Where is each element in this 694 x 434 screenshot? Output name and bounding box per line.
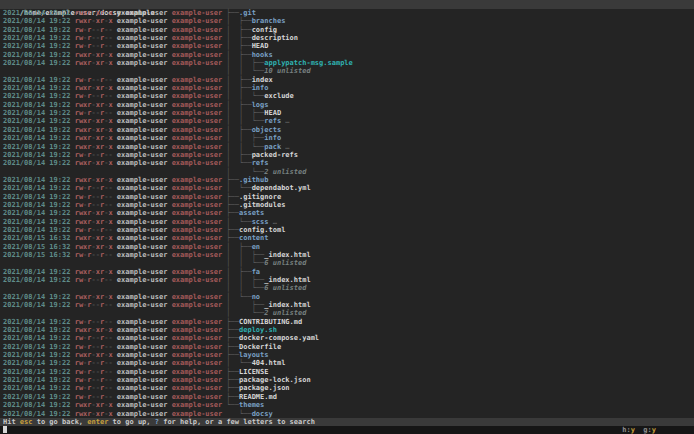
directory-name: .git <box>239 9 256 17</box>
row-metadata: 2021/08/14 19:22 rw-r--r-- example-user … <box>3 376 226 384</box>
tree-row-.github[interactable]: 2021/08/14 19:22 rwxr-xr-x example-user … <box>0 176 694 184</box>
tree-branch-lines: ├── <box>226 368 239 376</box>
permissions: rwxr-xr-x <box>75 410 113 418</box>
owner-group: example-user <box>172 376 223 384</box>
row-metadata: 2021/08/14 19:22 rwxr-xr-x example-user … <box>3 84 226 92</box>
modified-date: 2021/08/14 19:22 <box>3 34 70 42</box>
owner-group: example-user <box>172 42 223 50</box>
tree-row-content[interactable]: 2021/08/15 16:32 rwxr-xr-x example-user … <box>0 234 694 242</box>
owner-user: example-user <box>117 26 168 34</box>
tree-row-_index.html[interactable]: 2021/08/15 16:32 rw-r--r-- example-user … <box>0 251 694 259</box>
row-metadata: 2021/08/14 19:22 rwxr-xr-x example-user … <box>3 218 226 226</box>
tree-row-CONTRIBUTING.md[interactable]: 2021/08/14 19:22 rw-r--r-- example-user … <box>0 318 694 326</box>
search-input-line[interactable]: h:y g:y <box>0 426 694 434</box>
owner-user: example-user <box>117 293 168 301</box>
toggle-flags[interactable]: h:y g:y <box>622 426 656 434</box>
tree-row-scss[interactable]: 2021/08/14 19:22 rwxr-xr-x example-user … <box>0 218 694 226</box>
tree-row-exclude[interactable]: 2021/08/14 19:22 rw-r--r-- example-user … <box>0 92 694 100</box>
row-metadata: 2021/08/15 16:32 rwxr-xr-x example-user … <box>3 234 226 242</box>
flag-label: h: <box>622 426 630 434</box>
owner-user: example-user <box>117 276 168 284</box>
modified-date: 2021/08/14 19:22 <box>3 84 70 92</box>
unlisted-count: 10 unlisted <box>264 67 310 75</box>
owner-user: example-user <box>117 218 168 226</box>
tree-row-.gitignore[interactable]: 2021/08/14 19:22 rw-r--r-- example-user … <box>0 193 694 201</box>
tree-row-refs[interactable]: 2021/08/14 19:22 rwxr-xr-x example-user … <box>0 159 694 167</box>
tree-row-HEAD[interactable]: 2021/08/14 19:22 rw-r--r-- example-user … <box>0 109 694 117</box>
tree-row-Dockerfile[interactable]: 2021/08/14 19:22 rw-r--r-- example-user … <box>0 343 694 351</box>
tree-row-no[interactable]: 2021/08/14 19:22 rwxr-xr-x example-user … <box>0 293 694 301</box>
unlisted-count: 2 unlisted <box>264 168 306 176</box>
owner-group: example-user <box>172 101 223 109</box>
tree-row-objects[interactable]: 2021/08/14 19:22 rwxr-xr-x example-user … <box>0 126 694 134</box>
tree-row-packed-refs[interactable]: 2021/08/14 19:22 rw-r--r-- example-user … <box>0 151 694 159</box>
tree-row-package.json[interactable]: 2021/08/14 19:22 rw-r--r-- example-user … <box>0 384 694 392</box>
owner-group: example-user <box>172 76 223 84</box>
modified-date: 2021/08/14 19:22 <box>3 59 70 67</box>
owner-group: example-user <box>172 326 223 334</box>
tree-row-info[interactable]: 2021/08/14 19:22 rwxr-xr-x example-user … <box>0 134 694 142</box>
permissions: rwxr-xr-x <box>75 101 113 109</box>
row-metadata: 2021/08/14 19:22 rwxr-xr-x example-user … <box>3 410 226 418</box>
tree-row-hooks[interactable]: 2021/08/14 19:22 rwxr-xr-x example-user … <box>0 51 694 59</box>
tree-row-pack[interactable]: 2021/08/14 19:22 rwxr-xr-x example-user … <box>0 143 694 151</box>
tree-row-HEAD[interactable]: 2021/08/14 19:22 rw-r--r-- example-user … <box>0 42 694 50</box>
tree-branch-lines: │ └── <box>226 359 251 367</box>
tree-row-en[interactable]: 2021/08/15 16:32 rwxr-xr-x example-user … <box>0 243 694 251</box>
tree-row-docsy[interactable]: 2021/08/14 19:22 rwxr-xr-x example-user … <box>0 410 694 418</box>
modified-date: 2021/08/14 19:22 <box>3 42 70 50</box>
owner-user: example-user <box>117 9 168 17</box>
tree-row-.git[interactable]: 2021/08/14 19:22 rwxr-xr-x example-user … <box>0 9 694 17</box>
row-metadata: 2021/08/14 19:22 rw-r--r-- example-user … <box>3 34 226 42</box>
tree-row-_index.html[interactable]: 2021/08/14 19:22 rw-r--r-- example-user … <box>0 301 694 309</box>
tree-row-applypatch-msg.sample[interactable]: 2021/08/14 19:22 rwxr-xr-x example-user … <box>0 59 694 67</box>
tree-row-README.md[interactable]: 2021/08/14 19:22 rw-r--r-- example-user … <box>0 393 694 401</box>
tree-row-LICENSE[interactable]: 2021/08/14 19:22 rw-r--r-- example-user … <box>0 368 694 376</box>
tree-branch-lines: │ ├── <box>226 243 251 251</box>
tree-row-branches[interactable]: 2021/08/14 19:22 rwxr-xr-x example-user … <box>0 17 694 25</box>
owner-user: example-user <box>117 184 168 192</box>
tree-row-.gitmodules[interactable]: 2021/08/14 19:22 rw-r--r-- example-user … <box>0 201 694 209</box>
permissions: rwxr-xr-x <box>75 176 113 184</box>
owner-user: example-user <box>117 159 168 167</box>
owner-group: example-user <box>172 134 223 142</box>
tree-row-config.toml[interactable]: 2021/08/14 19:22 rw-r--r-- example-user … <box>0 226 694 234</box>
permissions: rw-r--r-- <box>75 201 113 209</box>
tree-row-refs[interactable]: 2021/08/14 19:22 rwxr-xr-x example-user … <box>0 117 694 125</box>
directory-name: info <box>252 84 269 92</box>
tree-row-assets[interactable]: 2021/08/14 19:22 rwxr-xr-x example-user … <box>0 209 694 217</box>
flag-label: g: <box>643 426 651 434</box>
directory-name: branches <box>252 17 286 25</box>
modified-date: 2021/08/14 19:22 <box>3 101 70 109</box>
modified-date: 2021/08/14 19:22 <box>3 368 70 376</box>
owner-user: example-user <box>117 376 168 384</box>
tree-row-deploy.sh[interactable]: 2021/08/14 19:22 rwxr-xr-x example-user … <box>0 326 694 334</box>
tree-row-404.html[interactable]: 2021/08/14 19:22 rw-r--r-- example-user … <box>0 359 694 367</box>
tree-row-info[interactable]: 2021/08/14 19:22 rwxr-xr-x example-user … <box>0 84 694 92</box>
tree-row-fa[interactable]: 2021/08/14 19:22 rwxr-xr-x example-user … <box>0 268 694 276</box>
tree-row-dependabot.yml[interactable]: 2021/08/14 19:22 rw-r--r-- example-user … <box>0 184 694 192</box>
row-metadata: 2021/08/14 19:22 rw-r--r-- example-user … <box>3 193 226 201</box>
tree-row-config[interactable]: 2021/08/14 19:22 rw-r--r-- example-user … <box>0 26 694 34</box>
tree-row-_index.html[interactable]: 2021/08/14 19:22 rw-r--r-- example-user … <box>0 276 694 284</box>
modified-date: 2021/08/15 16:32 <box>3 243 70 251</box>
row-metadata: 2021/08/14 19:22 rw-r--r-- example-user … <box>3 276 226 284</box>
modified-date: 2021/08/14 19:22 <box>3 334 70 342</box>
tree-row-description[interactable]: 2021/08/14 19:22 rw-r--r-- example-user … <box>0 34 694 42</box>
tree-row-docker-compose.yaml[interactable]: 2021/08/14 19:22 rw-r--r-- example-user … <box>0 334 694 342</box>
row-metadata: 2021/08/14 19:22 rwxr-xr-x example-user … <box>3 176 226 184</box>
tree-row-package-lock.json[interactable]: 2021/08/14 19:22 rw-r--r-- example-user … <box>0 376 694 384</box>
tree-branch-lines: │ ├── <box>226 84 251 92</box>
owner-group: example-user <box>172 84 223 92</box>
tree-row-logs[interactable]: 2021/08/14 19:22 rwxr-xr-x example-user … <box>0 101 694 109</box>
tree-row-layouts[interactable]: 2021/08/14 19:22 rwxr-xr-x example-user … <box>0 351 694 359</box>
directory-name: refs <box>252 159 269 167</box>
tree-branch-lines: ├── <box>226 193 239 201</box>
tree-branch-lines: │ │ ├── <box>226 276 264 284</box>
tree-row-themes[interactable]: 2021/08/14 19:22 rwxr-xr-x example-user … <box>0 401 694 409</box>
row-metadata: 2021/08/14 19:22 rw-r--r-- example-user … <box>3 76 226 84</box>
permissions: rwxr-xr-x <box>75 234 113 242</box>
permissions: rw-r--r-- <box>75 226 113 234</box>
owner-group: example-user <box>172 34 223 42</box>
tree-row-index[interactable]: 2021/08/14 19:22 rw-r--r-- example-user … <box>0 76 694 84</box>
